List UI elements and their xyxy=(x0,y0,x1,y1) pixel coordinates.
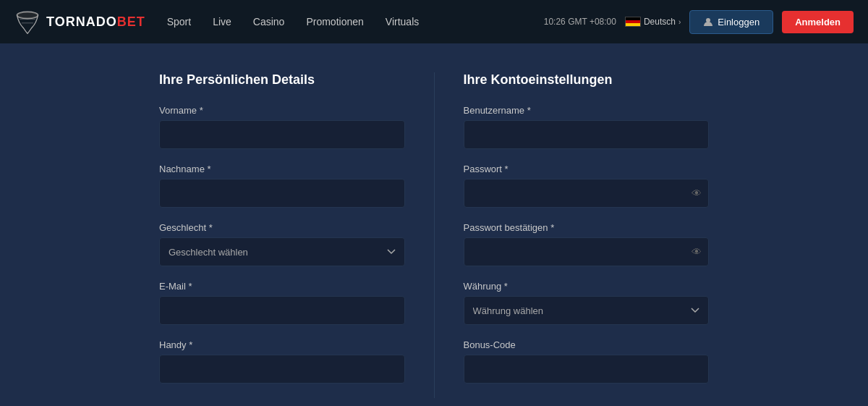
nachname-group: Nachname * xyxy=(159,164,405,208)
passwort-group: Passwort * 👁 xyxy=(464,164,710,208)
email-input[interactable] xyxy=(159,296,405,325)
email-label: E-Mail * xyxy=(159,281,405,292)
vorname-input[interactable] xyxy=(159,120,405,149)
handy-input[interactable] xyxy=(159,355,405,384)
passwort2-input[interactable] xyxy=(464,237,710,266)
passwort-input[interactable] xyxy=(464,179,710,208)
bonus-label: Bonus-Code xyxy=(464,339,710,350)
personal-details-section: Ihre Persönlichen Details Vorname * Nach… xyxy=(159,72,405,398)
vorname-label: Vorname * xyxy=(159,105,405,116)
waehrung-group: Währung * Währung wählen EUR USD GBP xyxy=(464,281,710,325)
handy-group: Handy * xyxy=(159,339,405,384)
passwort2-wrapper: 👁 xyxy=(464,237,710,266)
passwort-label: Passwort * xyxy=(464,164,710,174)
vorname-group: Vorname * xyxy=(159,105,405,149)
logo-text: TORNADOBET xyxy=(46,14,145,30)
tornado-icon xyxy=(14,9,41,35)
account-settings-title: Ihre Kontoeinstellungen xyxy=(464,72,710,88)
eye-icon-2[interactable]: 👁 xyxy=(692,246,702,258)
navbar-left: TORNADOBET Sport Live Casino Promotionen… xyxy=(14,9,419,35)
language-selector[interactable]: Deutsch › xyxy=(625,17,681,27)
geschlecht-label: Geschlecht * xyxy=(159,222,405,233)
nav-live[interactable]: Live xyxy=(213,16,231,28)
personal-details-title: Ihre Persönlichen Details xyxy=(159,72,405,88)
bonus-input[interactable] xyxy=(464,355,710,384)
nachname-input[interactable] xyxy=(159,179,405,208)
nav-casino[interactable]: Casino xyxy=(253,16,285,28)
waehrung-select[interactable]: Währung wählen EUR USD GBP xyxy=(464,296,710,325)
chevron-icon: › xyxy=(678,18,681,26)
passwort2-group: Passwort bestätigen * 👁 xyxy=(464,222,710,266)
logo: TORNADOBET xyxy=(14,9,145,35)
waehrung-label: Währung * xyxy=(464,281,710,292)
nav-virtuals[interactable]: Virtuals xyxy=(386,16,419,28)
benutzername-label: Benutzername * xyxy=(464,105,710,116)
navbar-right: 10:26 GMT +08:00 Deutsch › Einloggen Anm… xyxy=(544,10,854,34)
user-icon xyxy=(703,17,713,27)
svg-point-1 xyxy=(17,12,38,19)
time-display: 10:26 GMT +08:00 xyxy=(544,17,616,27)
email-group: E-Mail * xyxy=(159,281,405,325)
account-settings-section: Ihre Kontoeinstellungen Benutzername * P… xyxy=(464,72,710,398)
nav-promotionen[interactable]: Promotionen xyxy=(306,16,363,28)
registration-form: Ihre Persönlichen Details Vorname * Nach… xyxy=(0,43,868,406)
passwort-wrapper: 👁 xyxy=(464,179,710,208)
nav-sport[interactable]: Sport xyxy=(167,16,191,28)
register-button[interactable]: Anmelden xyxy=(782,11,854,33)
handy-label: Handy * xyxy=(159,339,405,350)
flag-icon xyxy=(625,17,641,27)
benutzername-input[interactable] xyxy=(464,120,710,149)
geschlecht-group: Geschlecht * Geschlecht wählen Männlich … xyxy=(159,222,405,266)
benutzername-group: Benutzername * xyxy=(464,105,710,149)
navbar: TORNADOBET Sport Live Casino Promotionen… xyxy=(0,0,868,43)
eye-icon[interactable]: 👁 xyxy=(692,187,702,199)
bonus-group: Bonus-Code xyxy=(464,339,710,384)
nachname-label: Nachname * xyxy=(159,164,405,174)
section-divider xyxy=(434,72,435,398)
login-button[interactable]: Einloggen xyxy=(689,10,773,34)
geschlecht-select[interactable]: Geschlecht wählen Männlich Weiblich xyxy=(159,237,405,266)
passwort2-label: Passwort bestätigen * xyxy=(464,222,710,233)
nav-links: Sport Live Casino Promotionen Virtuals xyxy=(167,16,420,28)
